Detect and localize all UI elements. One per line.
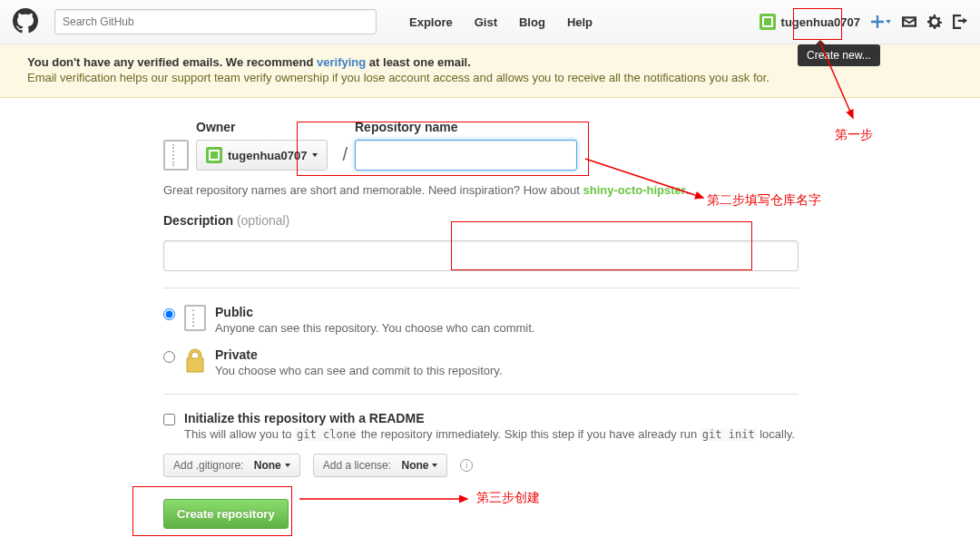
avatar-icon xyxy=(206,147,222,163)
caret-down-icon xyxy=(432,464,437,467)
readme-row[interactable]: Initialize this repository with a README… xyxy=(163,411,817,441)
create-new-button[interactable] xyxy=(871,15,891,28)
nav-explore[interactable]: Explore xyxy=(400,10,462,34)
public-title: Public xyxy=(215,305,253,319)
banner-subtitle: Email verification helps our support tea… xyxy=(27,71,953,84)
nav-help[interactable]: Help xyxy=(558,10,602,34)
slash-separator: / xyxy=(342,144,348,165)
new-repo-form: Owner tugenhua0707 / Repository name Gre… xyxy=(163,120,817,529)
nav-blog[interactable]: Blog xyxy=(510,10,554,34)
github-logo-icon[interactable] xyxy=(13,8,38,36)
description-input[interactable] xyxy=(163,240,799,271)
verifying-link[interactable]: verifying xyxy=(317,55,366,69)
owner-dropdown[interactable]: tugenhua0707 xyxy=(196,140,328,171)
repo-name-label: Repository name xyxy=(355,120,577,134)
private-radio[interactable] xyxy=(163,351,175,363)
username-text: tugenhua0707 xyxy=(781,15,860,29)
caret-down-icon xyxy=(285,464,290,467)
divider xyxy=(163,394,799,395)
suggestion-link[interactable]: shiny-octo-hipster xyxy=(583,183,685,197)
public-repo-icon xyxy=(184,305,206,331)
nav-gist[interactable]: Gist xyxy=(466,10,506,34)
repo-name-input[interactable] xyxy=(355,140,577,171)
owner-name: tugenhua0707 xyxy=(228,149,307,162)
readme-title: Initialize this repository with a README xyxy=(184,411,424,425)
visibility-private-row[interactable]: Private You choose who can see and commi… xyxy=(163,347,817,377)
header: Explore Gist Blog Help tugenhua0707 xyxy=(0,0,980,44)
visibility-public-row[interactable]: Public Anyone can see this repository. Y… xyxy=(163,305,817,335)
divider xyxy=(163,288,799,288)
caret-down-icon xyxy=(886,20,891,24)
sign-out-icon[interactable] xyxy=(953,15,967,29)
header-right: tugenhua0707 xyxy=(760,14,967,30)
create-repository-button[interactable]: Create repository xyxy=(163,499,289,529)
readme-desc: This will allow you to git clone the rep… xyxy=(184,427,795,441)
search-input[interactable] xyxy=(54,9,377,34)
notifications-icon[interactable] xyxy=(902,15,916,29)
public-desc: Anyone can see this repository. You choo… xyxy=(215,321,534,335)
selectors-row: Add .gitignore: None Add a license: None… xyxy=(163,454,817,477)
gitignore-dropdown[interactable]: Add .gitignore: None xyxy=(163,454,300,477)
settings-icon[interactable] xyxy=(927,15,942,29)
repo-name-hint: Great repository names are short and mem… xyxy=(163,183,817,197)
private-desc: You choose who can see and commit to thi… xyxy=(215,364,503,377)
license-info-icon[interactable]: i xyxy=(460,459,473,472)
nav-links: Explore Gist Blog Help xyxy=(400,10,602,34)
anno-step1-text: 第一步 xyxy=(835,127,873,143)
create-new-tooltip: Create new... xyxy=(798,44,880,66)
repo-icon xyxy=(163,140,189,171)
readme-checkbox[interactable] xyxy=(163,414,175,425)
description-label: Description (optional) xyxy=(163,213,817,228)
avatar-icon xyxy=(760,14,776,30)
public-radio[interactable] xyxy=(163,308,175,320)
caret-down-icon xyxy=(312,153,318,157)
private-lock-icon xyxy=(184,347,206,374)
owner-label: Owner xyxy=(196,120,328,134)
license-dropdown[interactable]: Add a license: None xyxy=(313,454,448,477)
user-menu[interactable]: tugenhua0707 xyxy=(760,14,860,30)
private-title: Private xyxy=(215,347,258,362)
